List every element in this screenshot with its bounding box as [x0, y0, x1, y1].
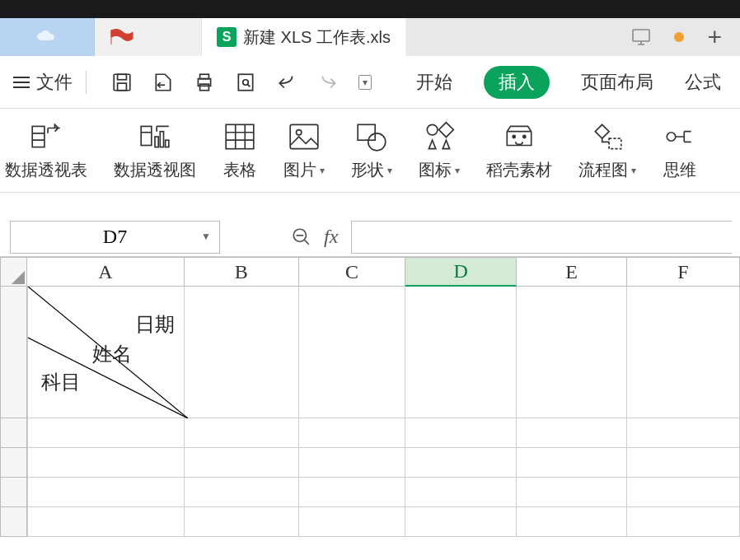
column-header-b[interactable]: B: [185, 257, 299, 287]
ribbon-picture-label: 图片: [283, 159, 316, 181]
cell[interactable]: [517, 448, 626, 478]
app-tab-2[interactable]: [95, 18, 202, 56]
redo-icon[interactable]: [317, 72, 339, 93]
ribbon-shapes-label: 形状: [351, 159, 384, 181]
cell[interactable]: [627, 448, 740, 478]
document-title: 新建 XLS 工作表.xls: [243, 26, 391, 49]
cell[interactable]: [627, 418, 740, 448]
ribbon-table-label: 表格: [223, 159, 256, 181]
svg-rect-13: [166, 140, 169, 147]
row-header[interactable]: [0, 418, 27, 448]
column-header-f[interactable]: F: [627, 257, 740, 287]
formula-input[interactable]: [351, 221, 732, 254]
svg-rect-12: [160, 132, 163, 147]
ribbon-pivot-chart-label: 数据透视图: [114, 159, 196, 181]
cell[interactable]: [627, 478, 740, 507]
svg-rect-3: [118, 83, 127, 91]
name-box-value: D7: [103, 226, 127, 248]
menu-insert[interactable]: 插入: [484, 66, 550, 99]
column-header-e[interactable]: E: [517, 257, 626, 287]
ribbon-mindmap[interactable]: 思维: [663, 119, 697, 181]
document-tab-bar: S 新建 XLS 工作表.xls +: [0, 18, 740, 56]
document-tab-active[interactable]: S 新建 XLS 工作表.xls: [202, 18, 406, 56]
cell[interactable]: [299, 507, 405, 537]
svg-rect-14: [226, 124, 254, 148]
cell[interactable]: [185, 448, 299, 478]
ribbon-table[interactable]: 表格: [222, 119, 257, 181]
file-menu-label: 文件: [36, 70, 73, 95]
app-tab-1[interactable]: [0, 18, 95, 56]
menu-start[interactable]: 开始: [416, 70, 452, 95]
file-menu-button[interactable]: 文件: [0, 70, 100, 95]
svg-rect-11: [155, 137, 158, 147]
save-icon[interactable]: [111, 72, 133, 93]
cell[interactable]: [517, 418, 626, 448]
row-header-1[interactable]: [0, 287, 27, 418]
cell[interactable]: [185, 507, 299, 537]
cell[interactable]: [299, 287, 405, 418]
cell[interactable]: [27, 448, 184, 478]
fx-icon[interactable]: fx: [324, 226, 338, 248]
row-header[interactable]: [0, 507, 27, 537]
chevron-down-icon: ▾: [455, 165, 460, 176]
menu-page-layout[interactable]: 页面布局: [581, 70, 653, 95]
zoom-out-icon[interactable]: [291, 226, 312, 248]
cell[interactable]: [405, 448, 517, 478]
cell[interactable]: [405, 418, 517, 448]
menu-formula[interactable]: 公式: [685, 70, 721, 95]
svg-rect-10: [141, 126, 152, 145]
cell[interactable]: [517, 507, 626, 537]
undo-icon[interactable]: [276, 72, 297, 93]
ribbon-icons-label: 图标: [419, 159, 452, 181]
cell-a1[interactable]: 日期 姓名 科目: [27, 287, 184, 418]
chevron-down-icon[interactable]: ▼: [201, 231, 211, 243]
cell[interactable]: [627, 287, 740, 418]
cell[interactable]: [405, 287, 517, 418]
main-toolbar: 文件 ▾ 开始 插入 页面布局 公式: [0, 56, 740, 109]
cell[interactable]: [299, 448, 405, 478]
svg-rect-5: [200, 74, 209, 78]
os-top-bar: [0, 0, 740, 18]
cell[interactable]: [627, 507, 740, 537]
row-header[interactable]: [0, 478, 27, 507]
svg-point-24: [667, 133, 676, 142]
svg-rect-15: [290, 124, 318, 148]
column-header-d[interactable]: D: [405, 257, 517, 287]
preview-icon[interactable]: [235, 72, 256, 93]
new-tab-button[interactable]: +: [707, 23, 722, 51]
icons-icon: [422, 119, 457, 154]
cell[interactable]: [517, 287, 626, 418]
cell[interactable]: [27, 418, 184, 448]
print-icon[interactable]: [194, 72, 215, 93]
ribbon-flowchart-label: 流程图: [578, 159, 628, 181]
pivot-chart-icon: [138, 119, 172, 154]
cell[interactable]: [185, 418, 299, 448]
save-as-icon[interactable]: [152, 72, 174, 93]
cell[interactable]: [405, 507, 517, 537]
ribbon-flowchart[interactable]: 流程图▾: [578, 119, 636, 181]
cell[interactable]: [27, 507, 184, 537]
cell[interactable]: [299, 418, 405, 448]
ribbon-docer[interactable]: 稻壳素材: [486, 119, 552, 181]
ribbon-pivot-chart[interactable]: 数据透视图: [114, 119, 196, 181]
column-header-c[interactable]: C: [299, 257, 405, 287]
ribbon-pivot-table[interactable]: 数据透视表: [5, 119, 87, 181]
ribbon-shapes[interactable]: 形状▾: [351, 119, 392, 181]
column-header-a[interactable]: A: [27, 257, 184, 287]
cell[interactable]: [27, 478, 184, 507]
row-header[interactable]: [0, 448, 27, 478]
header-label-name: 姓名: [92, 341, 132, 367]
table-icon: [222, 119, 257, 154]
ribbon-picture[interactable]: 图片▾: [283, 119, 325, 181]
name-box[interactable]: D7 ▼: [10, 221, 220, 254]
presentation-icon[interactable]: [631, 28, 651, 46]
cell[interactable]: [185, 478, 299, 507]
cell[interactable]: [299, 478, 405, 507]
qat-dropdown-icon[interactable]: ▾: [358, 75, 372, 90]
cell[interactable]: [185, 287, 299, 418]
cell[interactable]: [405, 478, 517, 507]
ribbon-icons[interactable]: 图标▾: [419, 119, 460, 181]
header-label-date: 日期: [135, 311, 175, 338]
cell[interactable]: [517, 478, 626, 507]
select-all-corner[interactable]: [0, 257, 27, 287]
